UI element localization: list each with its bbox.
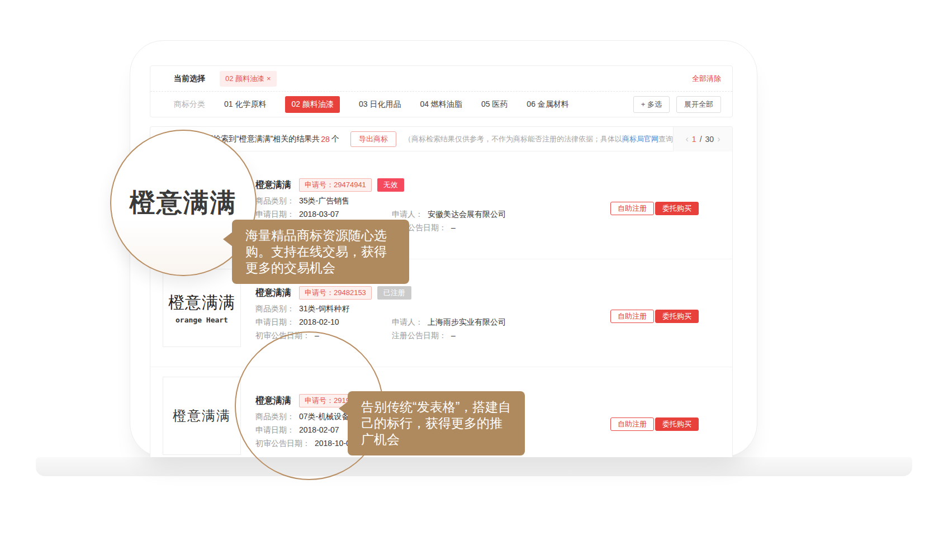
- category-row: 商标分类 01 化学原料 02 颜料油漆 03 日化用品 04 燃料油脂 05 …: [150, 92, 732, 117]
- category-04[interactable]: 04 燃料油脂: [420, 99, 462, 110]
- status-badge: 已注册: [377, 286, 411, 300]
- self-register-button[interactable]: 自助注册: [610, 202, 654, 215]
- application-number-value: 29474941: [334, 181, 366, 189]
- page: 当前选择 02 颜料油漆× 全部清除 商标分类 01 化学原料 02 颜料油漆 …: [0, 0, 948, 560]
- application-number-badge: 申请号：29482153: [299, 286, 372, 300]
- prev-page-icon[interactable]: ‹: [686, 134, 689, 144]
- official-site-link[interactable]: 商标局官网: [622, 135, 658, 143]
- reg-pub-value: –: [451, 331, 456, 340]
- apply-date-label: 申请日期：: [255, 317, 295, 326]
- entrust-purchase-button[interactable]: 委托购买: [655, 202, 699, 215]
- next-page-icon[interactable]: ›: [717, 134, 720, 144]
- category-03[interactable]: 03 日化用品: [359, 99, 401, 110]
- category-label: 商品类别：: [255, 196, 295, 205]
- applicant-value: 上海雨步实业有限公司: [428, 317, 506, 326]
- category-value: 31类-饲料种籽: [299, 304, 349, 313]
- reg-pub-value: –: [451, 223, 456, 232]
- current-selection-row: 当前选择 02 颜料油漆× 全部清除: [150, 66, 732, 92]
- application-number-label: 申请号：: [305, 181, 334, 189]
- category-02-active[interactable]: 02 颜料油漆: [285, 96, 339, 113]
- trademark-name: 橙意满满: [255, 287, 291, 299]
- application-number-badge: 申请号：29474941: [299, 178, 372, 192]
- apply-date-label: 申请日期：: [255, 210, 295, 219]
- applicant-label: 申请人：: [392, 317, 423, 326]
- trademark-image-subtext: orange Heart: [176, 316, 228, 324]
- entrust-purchase-button[interactable]: 委托购买: [655, 310, 699, 323]
- category-06[interactable]: 06 金属材料: [527, 99, 568, 110]
- results-header: 当前分类下检索到“橙意满满”相关的结果共28个 导出商标 （商标检索结果仅供参考…: [150, 127, 732, 151]
- export-trademarks-button[interactable]: 导出商标: [350, 131, 396, 147]
- clear-all-button[interactable]: 全部清除: [692, 74, 721, 84]
- promotion-tooltip: 告别传统“发表格”，搭建自己的标行，获得更多的推广机会: [348, 391, 525, 455]
- filter-panel: 当前选择 02 颜料油漆× 全部清除 商标分类 01 化学原料 02 颜料油漆 …: [150, 65, 733, 117]
- multi-select-button[interactable]: + 多选: [633, 96, 670, 113]
- trademark-name: 橙意满满: [255, 179, 291, 191]
- marketplace-tooltip: 海量精品商标资源随心选购。支持在线交易，获得更多的交易机会: [232, 220, 409, 284]
- apply-date-value: 2018-03-07: [299, 210, 339, 219]
- application-number-label: 申请号：: [305, 288, 334, 297]
- page-separator: /: [700, 135, 702, 144]
- entrust-purchase-button[interactable]: 委托购买: [655, 417, 699, 431]
- disclaimer-text: （商标检索结果仅供参考，不作为商标能否注册的法律依据；具体以商标局官网查询为准。…: [404, 134, 702, 144]
- trademark-image-text: 橙意满满: [173, 407, 231, 425]
- current-page: 1: [692, 135, 696, 144]
- trademark-image: 橙意满满 orange Heart: [163, 269, 241, 347]
- remove-icon[interactable]: ×: [267, 74, 271, 83]
- status-badge: 无效: [377, 178, 404, 192]
- selected-filter-tag-label: 02 颜料油漆: [225, 74, 264, 83]
- magnified-trademark-text: 橙意满满: [130, 186, 237, 220]
- reg-pub-label: 注册公告日期：: [392, 331, 447, 340]
- results-count: 28: [321, 135, 330, 144]
- current-selection-label: 当前选择: [174, 74, 205, 84]
- applicant-value: 安徽美达会展有限公司: [428, 210, 506, 219]
- total-pages: 30: [705, 135, 714, 144]
- category-label: 商品类别：: [255, 304, 295, 313]
- application-number-value: 29482153: [334, 288, 366, 297]
- pagination: ‹ 1 / 30 ›: [673, 127, 732, 151]
- selected-filter-tag[interactable]: 02 颜料油漆×: [220, 71, 277, 87]
- disclaimer-pre: （商标检索结果仅供参考，不作为商标能否注册的法律依据；具体以: [404, 135, 622, 143]
- laptop-base: [36, 457, 912, 476]
- self-register-button[interactable]: 自助注册: [610, 310, 654, 323]
- category-filter-label: 商标分类: [174, 99, 205, 110]
- promotion-tooltip-text: 告别传统“发表格”，搭建自己的标行，获得更多的推广机会: [361, 400, 511, 447]
- category-01[interactable]: 01 化学原料: [224, 99, 266, 110]
- category-05[interactable]: 05 医药: [481, 99, 508, 110]
- applicant-label: 申请人：: [392, 210, 423, 219]
- trademark-image-text: 橙意满满: [168, 292, 235, 314]
- apply-date-value: 2018-02-10: [299, 317, 339, 326]
- category-value: 35类-广告销售: [299, 196, 349, 205]
- self-register-button[interactable]: 自助注册: [610, 417, 654, 431]
- trademark-image: 橙意满满: [163, 377, 241, 455]
- expand-all-button[interactable]: 展开全部: [676, 96, 721, 113]
- results-count-unit: 个: [331, 134, 339, 144]
- marketplace-tooltip-text: 海量精品商标资源随心选购。支持在线交易，获得更多的交易机会: [245, 228, 387, 275]
